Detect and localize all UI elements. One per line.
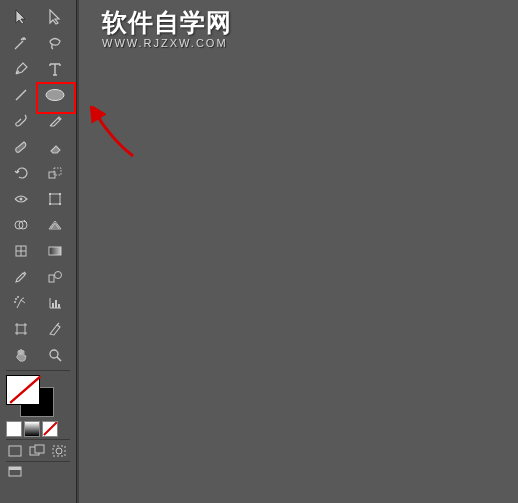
watermark: 软件自学网 WWW.RJZXW.COM [102,6,232,49]
svg-point-16 [15,298,17,300]
color-mode-gradient[interactable] [24,421,40,437]
brush-tool[interactable] [6,109,36,133]
svg-point-29 [56,448,62,454]
free-transform-tool[interactable] [40,187,70,211]
svg-rect-13 [49,247,61,255]
graph-tool[interactable] [40,291,70,315]
hand-tool[interactable] [6,343,36,367]
eyedropper-tool[interactable] [6,265,36,289]
draw-normal-icon[interactable] [6,443,24,459]
color-mode-row [6,421,76,437]
draw-behind-icon[interactable] [28,443,46,459]
magic-wand-tool[interactable] [6,31,36,55]
svg-point-15 [55,272,62,279]
svg-rect-22 [17,325,25,333]
eraser-tool[interactable] [40,135,70,159]
direct-selection-tool[interactable] [40,5,70,29]
artboard-tool[interactable] [6,317,36,341]
pen-tool[interactable] [6,57,36,81]
width-tool[interactable] [6,187,36,211]
annotation-arrow [88,106,148,166]
svg-line-24 [57,357,61,361]
line-tool[interactable] [6,83,36,107]
zoom-tool[interactable] [40,343,70,367]
fill-stroke-swatches[interactable] [6,375,56,417]
tools-panel [0,0,77,503]
svg-rect-20 [55,300,57,308]
shape-builder-tool[interactable] [6,213,36,237]
watermark-title: 软件自学网 [102,6,232,39]
perspective-grid-tool[interactable] [40,213,70,237]
scale-tool[interactable] [40,161,70,185]
svg-rect-7 [59,193,61,195]
gradient-tool[interactable] [40,239,70,263]
lasso-tool[interactable] [40,31,70,55]
mesh-tool[interactable] [6,239,36,263]
screen-mode-button[interactable] [6,464,24,480]
watermark-url: WWW.RJZXW.COM [102,37,232,49]
svg-rect-25 [9,446,21,456]
screen-mode-row [6,443,76,459]
svg-rect-27 [35,445,44,453]
svg-rect-14 [49,275,54,282]
color-mode-none[interactable] [42,421,58,437]
svg-line-0 [16,90,26,100]
svg-point-1 [46,90,64,101]
svg-rect-31 [9,467,21,470]
ellipse-tool[interactable] [40,83,70,107]
svg-rect-9 [59,203,61,205]
svg-rect-5 [50,194,60,204]
type-tool[interactable] [40,57,70,81]
svg-rect-6 [49,193,51,195]
svg-point-18 [14,301,16,303]
blob-brush-tool[interactable] [6,135,36,159]
svg-rect-8 [49,203,51,205]
rotate-tool[interactable] [6,161,36,185]
slice-tool[interactable] [40,317,70,341]
svg-rect-19 [52,303,54,308]
svg-point-4 [20,198,23,201]
svg-point-23 [50,350,58,358]
draw-inside-icon[interactable] [50,443,68,459]
selection-tool[interactable] [6,5,36,29]
symbol-sprayer-tool[interactable] [6,291,36,315]
pencil-tool[interactable] [40,109,70,133]
svg-rect-21 [58,304,60,308]
color-mode-solid[interactable] [6,421,22,437]
fill-color-swatch[interactable] [6,375,40,405]
blend-tool[interactable] [40,265,70,289]
svg-point-17 [17,296,19,298]
